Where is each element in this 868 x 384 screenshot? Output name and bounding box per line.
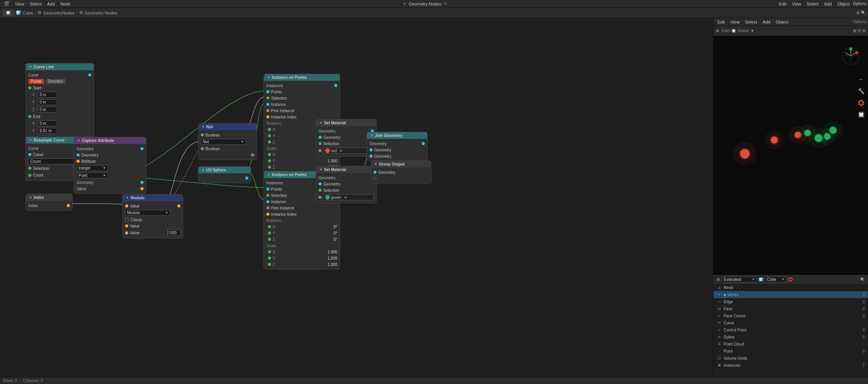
- node-curve-line-header[interactable]: ▼ Curve Line: [26, 64, 94, 70]
- right-menu-add[interactable]: Add: [760, 19, 773, 25]
- edge-label: Edge: [724, 300, 861, 304]
- point-count: 0: [863, 349, 865, 353]
- props-filter[interactable]: 🔍: [860, 277, 865, 282]
- breadcrumb: 🧊 Cube › ⚙ GeometryNodes › ⚙ Geometry No…: [16, 10, 117, 15]
- node-capture-attribute: ▼ Capture Attribute Geometry Geometry At…: [74, 137, 146, 194]
- socket-iop1-rz: [268, 140, 271, 144]
- props-row-point[interactable]: · Point 0: [713, 348, 868, 355]
- spline-count: 0: [863, 335, 865, 339]
- resample-title: Resample Curve: [34, 138, 64, 142]
- sm1-clear-btn[interactable]: ✕: [339, 149, 343, 153]
- props-row-face[interactable]: ▭ Face 0: [713, 305, 868, 312]
- modulo-value-field[interactable]: [165, 230, 180, 236]
- props-row-spline[interactable]: ∿ Spline 0: [713, 333, 868, 340]
- start-y[interactable]: [38, 99, 57, 105]
- sm1-header[interactable]: ▼ Set Material: [316, 120, 376, 126]
- start-z[interactable]: [38, 107, 57, 113]
- socket-sm2-mat: [318, 196, 322, 199]
- join-geom-in2: Geometry: [374, 154, 391, 158]
- uv-sphere-header[interactable]: ▼ UV Sphere: [198, 167, 251, 173]
- btn-direction[interactable]: Direction: [45, 79, 66, 84]
- breadcrumb-geom-nodes[interactable]: Geometry Nodes: [85, 11, 117, 15]
- socket-join-in2: [369, 155, 373, 158]
- props-row-control-point[interactable]: ○ Control Point 0: [713, 326, 868, 333]
- iop2-sy: 1.000: [328, 256, 337, 260]
- join-geom-header[interactable]: ▼ Join Geometry: [367, 132, 427, 139]
- sm2-sel-in: Selection: [323, 188, 339, 193]
- menu-file[interactable]: 🎬: [2, 1, 12, 7]
- socket-sm1-sel-in: [318, 142, 322, 145]
- breadcrumb-cube[interactable]: Cube: [23, 11, 33, 15]
- menu-edit-right[interactable]: Edit: [777, 1, 789, 7]
- node-modulo: ▼ Modulo Value Modulo ▼ Clamp: [122, 194, 183, 238]
- clamp-checkbox[interactable]: [125, 218, 129, 222]
- svg-point-21: [824, 121, 843, 140]
- menu-add-right[interactable]: Add: [822, 1, 834, 7]
- right-options[interactable]: Options: [853, 20, 866, 24]
- iop2-instance: Instance: [271, 200, 286, 204]
- index-header[interactable]: ▼ Index: [26, 194, 72, 201]
- instances-icon: ⊞: [717, 362, 722, 368]
- menu-node-left[interactable]: Node: [58, 1, 73, 7]
- iop1-instance: Instance: [271, 102, 286, 107]
- sm2-clear-btn[interactable]: ✕: [344, 195, 348, 199]
- sidebar-icon-1[interactable]: ↔: [857, 75, 865, 83]
- props-row-edge[interactable]: — Edge 0: [713, 298, 868, 305]
- collapse-icon[interactable]: ▼: [29, 65, 32, 69]
- modulo-val-label2: Value: [130, 231, 140, 235]
- start-x[interactable]: [38, 92, 57, 98]
- menu-select-right[interactable]: Select: [804, 1, 821, 7]
- point-icon: ·: [717, 348, 722, 354]
- btn-points[interactable]: Points: [28, 79, 44, 84]
- socket-iop1-ry: [268, 134, 271, 137]
- breadcrumb-geonodes[interactable]: GeometryNodes: [43, 11, 75, 15]
- not-header[interactable]: ▼ Not: [198, 124, 257, 130]
- menu-view-left[interactable]: View: [13, 1, 27, 7]
- not-label: Not: [203, 140, 209, 144]
- iop1-header[interactable]: ▼ Instance on Points: [264, 74, 340, 81]
- viewport-sidebar-icons: ↔ 🔧 ⭕ 🔲: [857, 75, 865, 118]
- editor-type-tab[interactable]: 🔲: [2, 9, 14, 16]
- socket-group-geom-in: [373, 171, 377, 174]
- modulo-header[interactable]: ▼ Modulo: [123, 195, 183, 201]
- end-y[interactable]: [38, 128, 57, 134]
- props-row-vertex[interactable]: • ■ Vertex 0: [713, 291, 868, 298]
- end-x[interactable]: [38, 120, 57, 126]
- sidebar-icon-3[interactable]: ⭕: [857, 99, 865, 107]
- props-row-instances[interactable]: ⊞ Instances 7: [713, 362, 868, 369]
- group-output-header[interactable]: ▼ Group Output: [371, 161, 431, 167]
- right-menu-select[interactable]: Select: [743, 19, 760, 25]
- curve-output-label: Curve: [28, 73, 87, 77]
- header-right-controls: ⚙ 🔍: [856, 11, 866, 15]
- menu-view-right[interactable]: View: [790, 1, 804, 7]
- iop1-idx: Instance Index: [271, 115, 297, 119]
- face-corner-icon: ⌐: [717, 313, 722, 318]
- join-geom-in: Geometry: [374, 148, 391, 152]
- iop2-title: Instance on Points: [272, 173, 307, 177]
- menu-object-right[interactable]: Object: [835, 1, 852, 7]
- socket-iop1-points: [266, 90, 269, 93]
- socket-iop2-rz: [268, 238, 271, 241]
- socket-group-empty: [373, 177, 377, 180]
- sidebar-icon-4[interactable]: 🔲: [857, 111, 865, 118]
- menu-add-left[interactable]: Add: [45, 1, 57, 7]
- menu-select-left[interactable]: Select: [27, 1, 44, 7]
- node-index: ▼ Index Index: [25, 194, 73, 211]
- sidebar-icon-2[interactable]: 🔧: [857, 87, 865, 95]
- vertex-label: Vertex: [728, 293, 861, 297]
- socket-sphere-out: [245, 177, 248, 180]
- socket-iop2-sel: [266, 194, 269, 197]
- node-editor[interactable]: ▼ Curve Line Curve Points Direction Star…: [0, 18, 713, 377]
- right-menu-view[interactable]: View: [728, 19, 742, 25]
- iop2-selection: Selection: [271, 193, 287, 198]
- props-row-volume: ⬡ Volume Grids: [713, 355, 868, 362]
- iop2-rx: 0°: [333, 225, 337, 229]
- capture-attr-header[interactable]: ▼ Capture Attribute: [74, 137, 146, 144]
- right-menu-edit[interactable]: Edit: [715, 19, 727, 25]
- viewport-area[interactable]: ↔ 🔧 ⭕ 🔲: [713, 36, 868, 275]
- mode-dropdown[interactable]: Evaluated: [724, 277, 741, 282]
- sm2-header[interactable]: ▼ Set Material: [316, 166, 376, 173]
- object-dropdown[interactable]: Cube: [767, 277, 776, 282]
- right-menu-object[interactable]: Object: [773, 19, 791, 25]
- props-row-face-corner[interactable]: ⌐ Face Corner 0: [713, 312, 868, 319]
